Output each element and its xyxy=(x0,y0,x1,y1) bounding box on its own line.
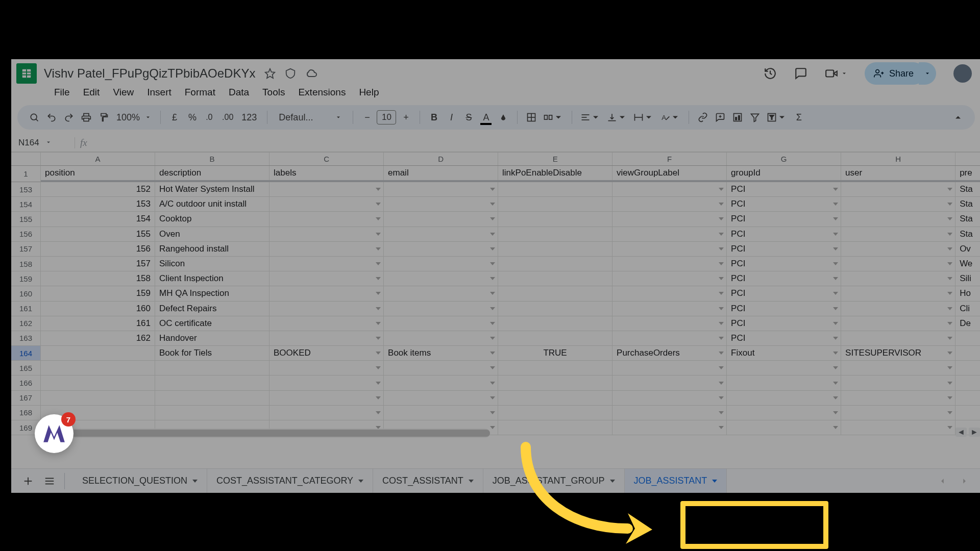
menu-insert[interactable]: Insert xyxy=(141,85,178,100)
cell[interactable]: Book for Tiels xyxy=(155,346,270,360)
cell[interactable] xyxy=(384,331,498,345)
cell[interactable]: PCI xyxy=(727,227,841,241)
menu-format[interactable]: Format xyxy=(179,85,222,100)
cloud-status-icon[interactable] xyxy=(305,67,317,80)
italic-icon[interactable]: I xyxy=(444,109,459,126)
rotate-icon[interactable]: A xyxy=(658,109,682,126)
cell[interactable]: linkPoEnableDisable xyxy=(498,166,612,180)
cell[interactable]: pre xyxy=(955,166,980,180)
cell[interactable] xyxy=(270,361,384,375)
font-size-input[interactable]: 10 xyxy=(377,110,396,124)
cell[interactable]: Book items xyxy=(384,346,498,360)
cell[interactable] xyxy=(384,242,498,256)
extension-launcher[interactable]: 7 xyxy=(35,414,74,453)
tab-scroll-left-icon[interactable] xyxy=(932,471,953,491)
cell[interactable] xyxy=(498,271,612,286)
meet-button[interactable] xyxy=(825,67,847,80)
cell[interactable]: 158 xyxy=(41,271,155,286)
cell[interactable] xyxy=(270,375,384,390)
cell[interactable] xyxy=(498,406,612,420)
col-header-A[interactable]: A xyxy=(41,153,155,165)
wrap-icon[interactable] xyxy=(631,109,656,126)
cell[interactable]: position xyxy=(41,166,155,180)
cell[interactable] xyxy=(727,420,841,435)
doc-title[interactable]: Vishv Patel_FPuPgQizTPbibAOeDKYx xyxy=(44,66,255,81)
col-header-G[interactable]: G xyxy=(727,153,841,165)
row-header[interactable]: 153 xyxy=(11,182,41,197)
cell[interactable]: SITESUPERVISOR xyxy=(841,346,955,360)
cell[interactable]: 159 xyxy=(41,286,155,300)
cell[interactable]: 154 xyxy=(41,212,155,226)
cell[interactable] xyxy=(270,316,384,331)
cell[interactable] xyxy=(841,286,955,300)
cell[interactable]: BOOKED xyxy=(270,346,384,360)
cell[interactable]: 155 xyxy=(41,227,155,241)
cell[interactable] xyxy=(498,375,612,390)
cell[interactable] xyxy=(612,316,727,331)
cell[interactable] xyxy=(841,361,955,375)
col-header-D[interactable]: D xyxy=(384,153,498,165)
sheet-tab[interactable]: JOB_ASSISTANT_GROUP xyxy=(483,469,625,493)
cell[interactable] xyxy=(270,242,384,256)
cell[interactable] xyxy=(498,227,612,241)
cell[interactable]: 160 xyxy=(41,302,155,316)
comments-icon[interactable] xyxy=(794,67,807,80)
tab-menu-icon[interactable] xyxy=(712,480,717,483)
cell[interactable] xyxy=(384,257,498,271)
tab-menu-icon[interactable] xyxy=(358,480,363,483)
cell[interactable] xyxy=(41,375,155,390)
col-header-B[interactable]: B xyxy=(155,153,270,165)
filter-icon[interactable] xyxy=(747,109,763,126)
undo-icon[interactable] xyxy=(44,109,59,126)
cell[interactable] xyxy=(612,212,727,226)
currency-icon[interactable]: £ xyxy=(167,109,182,126)
row-header[interactable]: 160 xyxy=(11,286,41,301)
cell[interactable] xyxy=(612,257,727,271)
cell[interactable] xyxy=(41,391,155,405)
zoom-select[interactable]: 100% xyxy=(113,112,154,123)
cell[interactable] xyxy=(841,271,955,286)
cell[interactable]: Handover xyxy=(155,331,270,345)
cell[interactable] xyxy=(841,197,955,211)
merge-icon[interactable] xyxy=(541,109,566,126)
cell[interactable] xyxy=(612,420,727,435)
more-formats-icon[interactable]: 123 xyxy=(237,109,261,126)
cell[interactable]: Sta xyxy=(955,227,980,241)
cell[interactable] xyxy=(498,182,612,196)
decrease-font-icon[interactable]: − xyxy=(359,109,375,126)
sheets-logo-icon[interactable] xyxy=(16,63,37,84)
cell[interactable] xyxy=(612,271,727,286)
cell[interactable] xyxy=(384,271,498,286)
cell[interactable]: 161 xyxy=(41,316,155,331)
col-header-C[interactable]: C xyxy=(270,153,384,165)
cell[interactable] xyxy=(841,182,955,196)
tab-menu-icon[interactable] xyxy=(192,480,198,483)
cell[interactable] xyxy=(270,391,384,405)
cell[interactable] xyxy=(498,361,612,375)
scroll-right-icon[interactable]: ► xyxy=(969,428,980,437)
cell[interactable] xyxy=(498,391,612,405)
cell[interactable] xyxy=(612,391,727,405)
row-header[interactable]: 167 xyxy=(11,391,41,406)
cell[interactable] xyxy=(498,331,612,345)
cell[interactable] xyxy=(841,331,955,345)
row-header[interactable]: 162 xyxy=(11,316,41,331)
cell[interactable] xyxy=(384,197,498,211)
col-header-F[interactable]: F xyxy=(612,153,727,165)
cell[interactable] xyxy=(612,331,727,345)
cell[interactable] xyxy=(955,375,980,390)
search-menus-icon[interactable] xyxy=(27,109,42,126)
row-header[interactable]: 157 xyxy=(11,242,41,257)
col-header-E[interactable]: E xyxy=(498,153,612,165)
cell[interactable]: MH QA Inspection xyxy=(155,286,270,300)
share-dropdown[interactable] xyxy=(919,62,936,85)
increase-font-icon[interactable]: + xyxy=(398,109,413,126)
cell[interactable]: Sili xyxy=(955,271,980,286)
cell[interactable]: 162 xyxy=(41,331,155,345)
cell[interactable] xyxy=(612,375,727,390)
cell[interactable] xyxy=(841,257,955,271)
share-button[interactable]: Share xyxy=(865,62,925,85)
cell[interactable] xyxy=(612,242,727,256)
cell[interactable]: labels xyxy=(270,166,384,180)
cell[interactable]: PCI xyxy=(727,257,841,271)
